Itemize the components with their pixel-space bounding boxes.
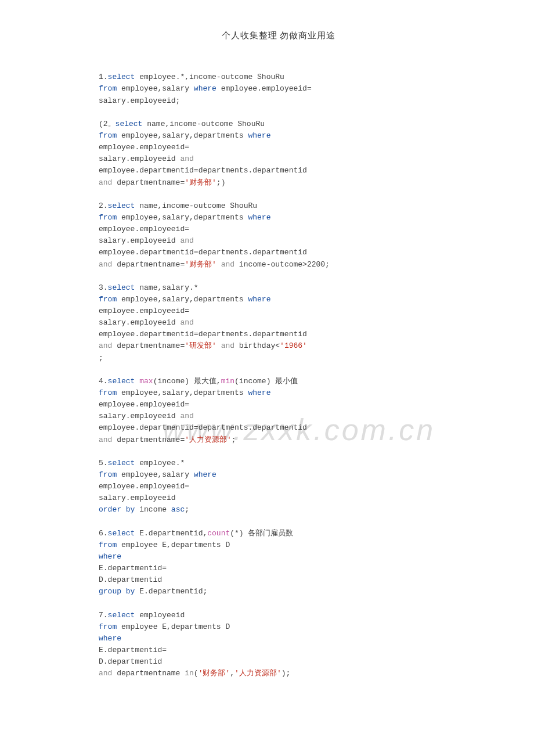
keyword-select: select bbox=[108, 377, 135, 386]
keyword-select: select bbox=[108, 611, 135, 620]
keyword-groupby: group by bbox=[99, 587, 135, 596]
keyword-and: and bbox=[99, 260, 112, 269]
text: 1. bbox=[99, 73, 108, 81]
page-header: 个人收集整理 勿做商业用途 bbox=[99, 29, 459, 42]
keyword-select: select bbox=[108, 529, 135, 538]
text: departmentname bbox=[112, 669, 185, 678]
keyword-from: from bbox=[99, 295, 117, 304]
keyword-and: and bbox=[180, 154, 193, 163]
text bbox=[217, 341, 221, 350]
string-literal: '人力资源部' bbox=[185, 435, 232, 444]
keyword-and: and bbox=[180, 412, 193, 420]
keyword-select: select bbox=[108, 459, 135, 467]
text: employee.employeeid= bbox=[99, 143, 189, 152]
text: employee.departmentid=departments.depart… bbox=[99, 248, 307, 257]
text: name,salary.* bbox=[135, 283, 198, 292]
text: departmentname= bbox=[112, 341, 185, 350]
keyword-where: where bbox=[248, 295, 270, 304]
text: (2。 bbox=[99, 120, 116, 128]
keyword-select: select bbox=[108, 283, 135, 292]
text: employee,salary bbox=[117, 470, 194, 479]
text: employee,salary bbox=[117, 84, 194, 93]
text: departmentname= bbox=[112, 178, 185, 187]
func-max: max bbox=[139, 377, 153, 386]
keyword-and: and bbox=[99, 178, 112, 187]
text: ( bbox=[194, 669, 199, 678]
text: salary.employeeid bbox=[99, 494, 176, 502]
keyword-from: from bbox=[99, 213, 117, 222]
text: (income) 最大值, bbox=[153, 377, 221, 386]
string-literal: '研发部' bbox=[185, 341, 217, 350]
text: salary.employeeid bbox=[99, 318, 180, 327]
keyword-and: and bbox=[180, 236, 193, 245]
keyword-and: and bbox=[221, 341, 234, 350]
keyword-where: where bbox=[248, 213, 270, 222]
string-literal: '财务部' bbox=[199, 669, 230, 678]
keyword-where: where bbox=[248, 131, 270, 140]
text: employee E,departments D bbox=[117, 541, 230, 549]
keyword-from: from bbox=[99, 541, 117, 549]
keyword-in: in bbox=[185, 669, 194, 678]
text: employee.* bbox=[135, 459, 185, 467]
keyword-and: and bbox=[99, 341, 112, 350]
text: (*) 各部门雇员数 bbox=[230, 529, 293, 538]
keyword-where: where bbox=[194, 470, 217, 479]
text: employee,salary,departments bbox=[117, 295, 248, 304]
text: ); bbox=[282, 669, 291, 678]
keyword-select: select bbox=[108, 201, 135, 210]
text: ; bbox=[232, 435, 236, 444]
text: ; bbox=[185, 505, 189, 514]
text: employee.departmentid=departments.depart… bbox=[99, 423, 307, 432]
text: ;) bbox=[217, 178, 226, 187]
text: employee E,departments D bbox=[117, 622, 230, 631]
text: salary.employeeid; bbox=[99, 96, 180, 105]
text: employee.*,income-outcome ShouRu bbox=[135, 73, 284, 81]
text bbox=[217, 260, 221, 269]
keyword-from: from bbox=[99, 470, 117, 479]
text: employee.employeeid= bbox=[99, 482, 189, 491]
text: ; bbox=[99, 354, 103, 362]
text: D.departmentid bbox=[99, 657, 162, 666]
keyword-orderby: order by bbox=[99, 505, 135, 514]
text: employee.employeeid= bbox=[99, 225, 189, 233]
text: 5. bbox=[99, 459, 108, 467]
text: employee.departmentid=departments.depart… bbox=[99, 330, 307, 339]
text: employeeid bbox=[135, 611, 185, 620]
keyword-from: from bbox=[99, 622, 117, 631]
string-literal: '1966' bbox=[280, 341, 307, 350]
text: employee.employeeid= bbox=[217, 84, 312, 93]
document-page: 个人收集整理 勿做商业用途 1.select employee.*,income… bbox=[0, 0, 534, 715]
text: employee,salary,departments bbox=[117, 213, 248, 222]
text: E.departmentid= bbox=[99, 564, 167, 573]
keyword-select: select bbox=[108, 73, 135, 81]
text: D.departmentid bbox=[99, 575, 162, 584]
func-min: min bbox=[221, 377, 234, 386]
text: name,income-outcome ShouRu bbox=[135, 201, 257, 210]
keyword-from: from bbox=[99, 388, 117, 397]
keyword-and: and bbox=[99, 669, 112, 678]
keyword-from: from bbox=[99, 131, 117, 140]
text: employee,salary,departments bbox=[117, 388, 248, 397]
text: E.departmentid; bbox=[135, 587, 207, 596]
text: birthday< bbox=[234, 341, 280, 350]
keyword-and: and bbox=[99, 435, 112, 444]
string-literal: '人力资源部' bbox=[234, 669, 282, 678]
text: employee.employeeid= bbox=[99, 307, 189, 315]
keyword-where: where bbox=[99, 634, 121, 643]
text: E.departmentid, bbox=[135, 529, 207, 538]
text: employee.employeeid= bbox=[99, 400, 189, 409]
text: employee,salary,departments bbox=[117, 131, 248, 140]
keyword-where: where bbox=[248, 388, 270, 397]
text: 3. bbox=[99, 283, 108, 292]
text: name,income-outcome ShouRu bbox=[142, 120, 265, 128]
text: 4. bbox=[99, 377, 108, 386]
text: 7. bbox=[99, 611, 108, 620]
text: 2. bbox=[99, 201, 108, 210]
string-literal: '财务部' bbox=[185, 178, 217, 187]
keyword-where: where bbox=[99, 552, 121, 561]
text: E.departmentid= bbox=[99, 646, 167, 654]
sql-code-block: 1.select employee.*,income-outcome ShouR… bbox=[99, 71, 459, 679]
keyword-where: where bbox=[194, 84, 217, 93]
keyword-from: from bbox=[99, 84, 117, 93]
text: income bbox=[135, 505, 171, 514]
